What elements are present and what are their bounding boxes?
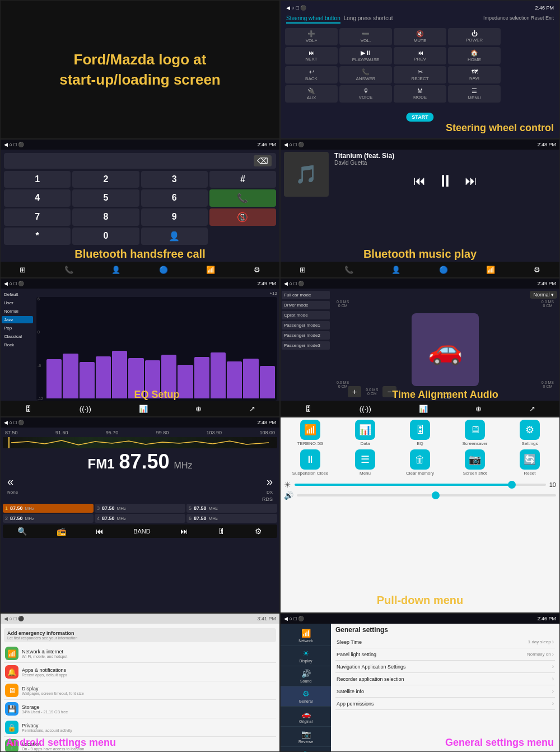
nav-ta-eq[interactable]: ⊕ bbox=[475, 405, 482, 413]
fm-eq-icon[interactable]: 🎚 bbox=[218, 527, 226, 536]
nav-ta-right[interactable]: ↗ bbox=[529, 405, 535, 413]
nav-bt4-icon[interactable]: 📶 bbox=[486, 266, 495, 274]
fm-preset-3[interactable]: 3 87.50 MHz bbox=[95, 504, 185, 513]
key-contacts[interactable]: 👤 bbox=[141, 228, 208, 245]
key-end[interactable]: 📵 bbox=[209, 208, 276, 226]
ta-mode-pass3[interactable]: Passenger mode3 bbox=[282, 341, 330, 350]
fm-search-icon[interactable]: 🔍 bbox=[17, 527, 27, 536]
pd-eq-icon[interactable]: 🎛 bbox=[410, 420, 430, 440]
sw-btn-reject[interactable]: ✂REJECT bbox=[394, 66, 446, 83]
sw-tab-active[interactable]: Steering wheel button bbox=[286, 15, 340, 24]
nav-phone-icon[interactable]: 📞 bbox=[64, 266, 73, 274]
nav-ta-signal[interactable]: 📊 bbox=[419, 405, 428, 413]
key-4[interactable]: 4 bbox=[4, 189, 71, 207]
fm-preset-5[interactable]: 5 87.50 MHz bbox=[186, 504, 277, 513]
pd-shot-item[interactable]: 📷 Screen shot bbox=[449, 449, 501, 476]
pd-data-item[interactable]: 📊 Data bbox=[339, 420, 391, 446]
sw-tab-inactive[interactable]: Long press shortcut bbox=[344, 15, 393, 24]
fm-next-arrow[interactable]: » bbox=[267, 475, 273, 488]
pd-volume-slider[interactable] bbox=[297, 494, 556, 496]
key-5[interactable]: 5 bbox=[72, 189, 139, 207]
pd-susp-item[interactable]: ⏸ Suspension Close bbox=[284, 449, 337, 476]
gs-row-sleep[interactable]: Sleep Time 1 day sleep › bbox=[335, 636, 555, 648]
sw-btn-home[interactable]: 🏠HOME bbox=[448, 47, 501, 64]
gs-row-satellite[interactable]: Satellite info › bbox=[335, 685, 555, 698]
gs-item-voice[interactable]: 🎙 Voice bbox=[281, 747, 331, 752]
prev-button[interactable]: ⏮ bbox=[413, 174, 426, 188]
backspace-button[interactable]: ⌫ bbox=[254, 155, 272, 166]
pd-reset-item[interactable]: 🔄 Reset bbox=[503, 449, 556, 476]
next-button[interactable]: ⏭ bbox=[465, 174, 477, 188]
pd-menu-icon[interactable]: ☰ bbox=[355, 449, 375, 470]
nav-bt2-icon[interactable]: 📶 bbox=[206, 266, 215, 274]
nav-settings-icon[interactable]: ⚙ bbox=[254, 266, 260, 274]
key-2[interactable]: 2 bbox=[72, 171, 139, 188]
eq-preset-jazz[interactable]: Jazz bbox=[2, 316, 33, 323]
ta-mode-cpilot[interactable]: Cpilot mode bbox=[282, 311, 330, 319]
gs-row-recorder[interactable]: Recorder application selection › bbox=[335, 673, 555, 685]
pd-data-icon[interactable]: 📊 bbox=[355, 420, 375, 440]
key-hash[interactable]: # bbox=[209, 171, 276, 188]
fm-prev-arrow[interactable]: « bbox=[7, 475, 13, 488]
pd-brightness-thumb[interactable] bbox=[508, 481, 516, 489]
nav-eq-bass[interactable]: 📊 bbox=[139, 405, 148, 413]
sw-btn-prev[interactable]: ⏮PREV bbox=[394, 47, 446, 64]
sw-btn-back[interactable]: ↩BACK bbox=[285, 66, 338, 83]
android-storage-item[interactable]: 💾 Storage 34% Used - 21.19 GB free bbox=[4, 700, 276, 718]
android-apps-item[interactable]: 🔔 Apps & notifications Recent apps, defa… bbox=[4, 663, 276, 681]
fm-preset-1[interactable]: 1 87.50 MHz bbox=[3, 504, 94, 513]
gs-item-network[interactable]: 📶 Network bbox=[281, 626, 331, 646]
pd-brightness-slider[interactable] bbox=[295, 484, 546, 486]
pd-volume-thumb[interactable] bbox=[432, 491, 440, 499]
pd-screen-item[interactable]: 🖥 Screensaver bbox=[449, 420, 501, 446]
ta-mode-pass1[interactable]: Passenger mode1 bbox=[282, 321, 330, 329]
android-display-item[interactable]: 🖥 Display Wallpaper, screen timeout, fon… bbox=[4, 681, 276, 700]
key-6[interactable]: 6 bbox=[141, 189, 208, 207]
key-1[interactable]: 1 bbox=[4, 171, 71, 188]
gs-item-original[interactable]: 🚗 Original bbox=[281, 707, 331, 727]
nav-ta-settings[interactable]: 🎛 bbox=[305, 405, 312, 413]
sw-btn-voice[interactable]: 🎙VOICE bbox=[339, 85, 392, 103]
nav-eq-surround[interactable]: ((·)) bbox=[80, 405, 91, 413]
sw-btn-power[interactable]: ⏻POWER bbox=[448, 28, 501, 45]
pd-settings-item[interactable]: ⚙ Settings bbox=[503, 420, 556, 446]
pd-susp-icon[interactable]: ⏸ bbox=[300, 449, 320, 470]
gs-row-appperm[interactable]: App permissions › bbox=[335, 698, 555, 710]
gs-row-panel[interactable]: Panel light setting Normally on › bbox=[335, 648, 555, 661]
key-0[interactable]: 0 bbox=[72, 228, 139, 245]
key-call[interactable]: 📞 bbox=[209, 189, 276, 207]
sw-btn-mode[interactable]: MMODE bbox=[394, 85, 446, 103]
gs-item-display[interactable]: ☀ Display bbox=[281, 646, 331, 666]
android-privacy-item[interactable]: 🔒 Privacy Permissions, account activity bbox=[4, 718, 276, 737]
nav-eq-eq[interactable]: ⊕ bbox=[195, 405, 202, 413]
fm-next-icon[interactable]: ⏭ bbox=[180, 527, 188, 536]
nav-settings2-icon[interactable]: ⚙ bbox=[534, 266, 540, 274]
ta-mode-pass2[interactable]: Passenger mode2 bbox=[282, 331, 330, 340]
eq-preset-pop[interactable]: Pop bbox=[2, 324, 33, 332]
pd-settings-icon[interactable]: ⚙ bbox=[520, 420, 540, 440]
key-star[interactable]: * bbox=[4, 228, 71, 245]
nav-ta-surround[interactable]: ((·)) bbox=[360, 405, 371, 413]
eq-preset-rock[interactable]: Rock bbox=[2, 341, 33, 349]
pd-clear-item[interactable]: 🗑 Clear memory bbox=[394, 449, 446, 476]
key-3[interactable]: 3 bbox=[141, 171, 208, 188]
fm-settings-icon[interactable]: ⚙ bbox=[255, 527, 262, 536]
gs-item-general[interactable]: ⚙ General bbox=[281, 686, 331, 707]
pd-screen-icon[interactable]: 🖥 bbox=[465, 420, 485, 440]
playpause-button[interactable]: ⏸ bbox=[437, 171, 454, 191]
gs-row-nav[interactable]: Navigation Application Settings › bbox=[335, 661, 555, 673]
pd-reset-icon[interactable]: 🔄 bbox=[520, 449, 540, 470]
sw-btn-answer[interactable]: 📞ANSWER bbox=[339, 66, 392, 83]
sw-btn-menu[interactable]: ☰MENU bbox=[448, 85, 501, 103]
sw-start-button[interactable]: START bbox=[406, 113, 433, 122]
ta-mode-driver[interactable]: Driver mode bbox=[282, 301, 330, 309]
nav-eq-settings[interactable]: 🎛 bbox=[25, 405, 32, 413]
nav-grid2-icon[interactable]: ⊞ bbox=[300, 266, 306, 274]
nav-phone2-icon[interactable]: 📞 bbox=[344, 266, 353, 274]
fm-preset-6[interactable]: 6 87.50 MHz bbox=[186, 514, 277, 523]
gs-item-reverse[interactable]: 📷 Reverse bbox=[281, 727, 331, 747]
fm-band-btn[interactable]: BAND bbox=[133, 528, 151, 535]
key-7[interactable]: 7 bbox=[4, 208, 71, 226]
dial-input[interactable]: ⌫ bbox=[4, 153, 276, 169]
android-network-item[interactable]: 📶 Network & internet Wi-Fi, mobile, and … bbox=[4, 644, 276, 663]
